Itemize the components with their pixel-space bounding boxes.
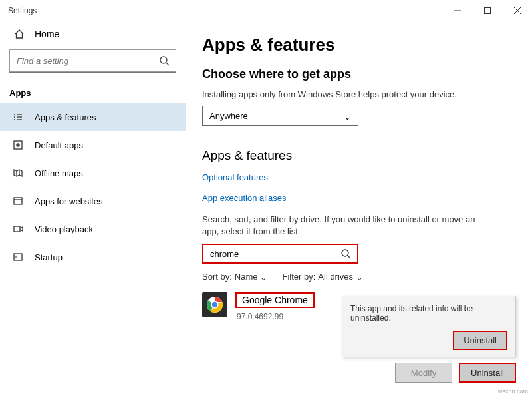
chevron-down-icon: ⌄ (260, 272, 267, 282)
modify-button: Modify (395, 363, 452, 383)
close-button[interactable] (502, 0, 532, 21)
choose-heading: Choose where to get apps (202, 67, 517, 81)
chevron-down-icon: ⌄ (356, 272, 363, 282)
main-content: Apps & features Choose where to get apps… (186, 21, 532, 396)
app-execution-aliases-link[interactable]: App execution aliases (202, 193, 517, 203)
app-name: Google Chrome (235, 292, 315, 308)
chrome-icon (202, 292, 227, 317)
window-controls (442, 0, 532, 21)
sidebar-item-label: Startup (35, 252, 63, 262)
page-title: Apps & features (202, 35, 517, 55)
svg-rect-1 (484, 8, 490, 14)
home-icon (13, 28, 25, 40)
choose-help-text: Installing apps only from Windows Store … (202, 89, 517, 99)
video-icon (12, 223, 24, 235)
default-apps-icon (12, 139, 24, 151)
sidebar-item-video-playback[interactable]: Video playback (0, 215, 186, 243)
minimize-button[interactable] (442, 0, 472, 21)
sidebar-item-label: Video playback (35, 224, 93, 234)
startup-icon (12, 251, 24, 263)
svg-point-21 (15, 256, 17, 258)
map-icon (12, 167, 24, 179)
sort-filter-row: Sort by: Name ⌄ Filter by: All drives ⌄ (202, 272, 517, 282)
titlebar: Settings (0, 0, 532, 21)
svg-line-23 (348, 256, 350, 258)
filter-by[interactable]: Filter by: All drives ⌄ (282, 272, 363, 282)
home-link[interactable]: Home (0, 21, 186, 49)
settings-search[interactable] (9, 49, 176, 72)
sidebar-item-label: Default apps (35, 140, 83, 150)
list-icon (12, 111, 24, 123)
apps-features-subheading: Apps & features (202, 148, 517, 163)
settings-search-input[interactable] (15, 55, 158, 67)
sidebar-item-offline-maps[interactable]: Offline maps (0, 159, 186, 187)
search-icon (158, 55, 170, 67)
app-search-box[interactable] (202, 244, 358, 264)
chevron-down-icon: ⌄ (344, 112, 351, 122)
sidebar-item-startup[interactable]: Startup (0, 243, 186, 271)
sidebar-item-label: Offline maps (35, 168, 83, 178)
app-source-select[interactable]: Anywhere ⌄ (202, 106, 358, 126)
app-action-buttons: Modify Uninstall (395, 363, 516, 383)
sidebar-item-label: Apps for websites (35, 196, 103, 206)
app-version: 97.0.4692.99 (235, 312, 315, 321)
uninstall-confirm-button[interactable]: Uninstall (453, 331, 507, 350)
website-icon (12, 195, 24, 207)
sidebar-item-default-apps[interactable]: Default apps (0, 131, 186, 159)
app-info: Google Chrome 97.0.4692.99 (235, 292, 315, 321)
home-label: Home (35, 29, 59, 39)
sidebar-item-apps-for-websites[interactable]: Apps for websites (0, 187, 186, 215)
sidebar: Home Apps Apps & features Default apps O… (0, 21, 186, 396)
app-search-input[interactable] (209, 248, 340, 260)
svg-rect-17 (14, 198, 22, 204)
app-source-value: Anywhere (209, 111, 248, 121)
maximize-button[interactable] (472, 0, 502, 21)
search-icon (340, 248, 352, 260)
uninstall-confirm-text: This app and its related info will be un… (350, 304, 507, 323)
svg-point-22 (342, 250, 348, 256)
optional-features-link[interactable]: Optional features (202, 172, 517, 182)
list-description: Search, sort, and filter by drive. If yo… (202, 214, 488, 237)
sidebar-item-label: Apps & features (35, 112, 96, 122)
svg-line-5 (166, 63, 169, 65)
uninstall-confirm-popup: This app and its related info will be un… (342, 296, 516, 357)
svg-point-4 (160, 57, 167, 63)
sort-by[interactable]: Sort by: Name ⌄ (202, 272, 267, 282)
watermark: wsxdn.com (498, 388, 528, 395)
window-title: Settings (8, 6, 37, 15)
svg-rect-19 (14, 226, 20, 232)
uninstall-button[interactable]: Uninstall (459, 363, 516, 383)
sidebar-item-apps-features[interactable]: Apps & features (0, 103, 186, 131)
svg-point-27 (212, 302, 217, 307)
sidebar-section-label: Apps (0, 79, 186, 103)
